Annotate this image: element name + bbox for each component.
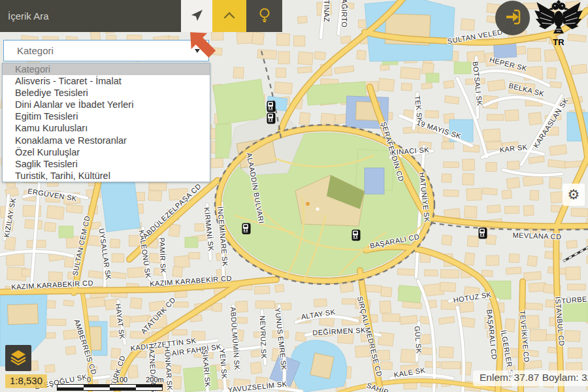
login-button[interactable] xyxy=(495,1,530,35)
lightbulb-icon xyxy=(257,7,272,26)
map-application: TINAZAĞIRTOSULTAN VELED CDHEPER SKBELKA … xyxy=(0,0,588,392)
category-option[interactable]: Egitim Tesisleri xyxy=(3,110,210,122)
category-dropdown-list[interactable]: KategoriAlisveris - Ticaret - İmalatBele… xyxy=(2,63,210,182)
orange-arrow-cursor-icon xyxy=(184,26,218,63)
tram-station-icon xyxy=(352,230,361,241)
category-select[interactable]: Kategori xyxy=(3,40,209,61)
category-option[interactable]: Belediye Tesisleri xyxy=(3,87,210,99)
layers-icon xyxy=(9,348,27,368)
category-option[interactable]: Kamu Kurulusları xyxy=(3,122,210,134)
logo-country-code: TR xyxy=(531,37,586,47)
layers-button[interactable] xyxy=(5,345,31,371)
street-label: PAMİR SK xyxy=(158,237,167,273)
street-label: AĞIRTO xyxy=(340,0,348,27)
scale-tick: 100 xyxy=(116,376,127,384)
municipality-logo: TR xyxy=(531,0,586,47)
street-label: TINAZ xyxy=(323,0,331,22)
coordinates-readout: Enlem: 37.87 Boylam: 32.49 xyxy=(473,370,588,386)
sign-in-icon xyxy=(504,8,521,28)
map-scale-ratio: 1:8,530 xyxy=(5,374,47,388)
search-toolbar xyxy=(0,0,282,32)
category-option[interactable]: Kategori xyxy=(3,63,210,75)
category-option[interactable]: Dini Alanlar ve İbadet Yerleri xyxy=(3,99,210,110)
tram-station-icon xyxy=(479,228,487,239)
category-option[interactable]: Alisveris - Ticaret - İmalat xyxy=(3,75,210,87)
scale-bar: 0100200m xyxy=(57,376,163,390)
poi-toggle-button[interactable] xyxy=(246,0,282,32)
category-option[interactable]: Konaklama ve Restoranlar xyxy=(3,135,210,146)
scale-tick: 0 xyxy=(87,376,91,384)
category-option[interactable]: Turistik, Tarihi, Kültürel xyxy=(3,170,210,182)
tram-station-icon xyxy=(267,113,276,124)
category-option[interactable]: Saglik Tesisleri xyxy=(3,158,210,170)
scale-bar-graphic xyxy=(57,384,163,391)
navigation-arrow-icon xyxy=(189,8,204,25)
category-option[interactable]: Özel Kuruluşlar xyxy=(3,146,210,158)
search-input[interactable] xyxy=(0,0,181,32)
street-label: MEVLANA CD xyxy=(512,231,561,241)
scale-ticks: 0100200m xyxy=(57,376,163,384)
scale-tick: 200m xyxy=(146,376,164,384)
tram-station-icon xyxy=(242,223,251,235)
settings-button[interactable]: ⚙ xyxy=(563,184,585,206)
street-label: NEVRUZ SK xyxy=(259,316,268,359)
gear-icon: ⚙ xyxy=(568,187,580,202)
chevron-up-icon xyxy=(221,10,237,23)
category-select-value: Kategori xyxy=(17,45,54,56)
tram-station-icon xyxy=(267,101,276,112)
